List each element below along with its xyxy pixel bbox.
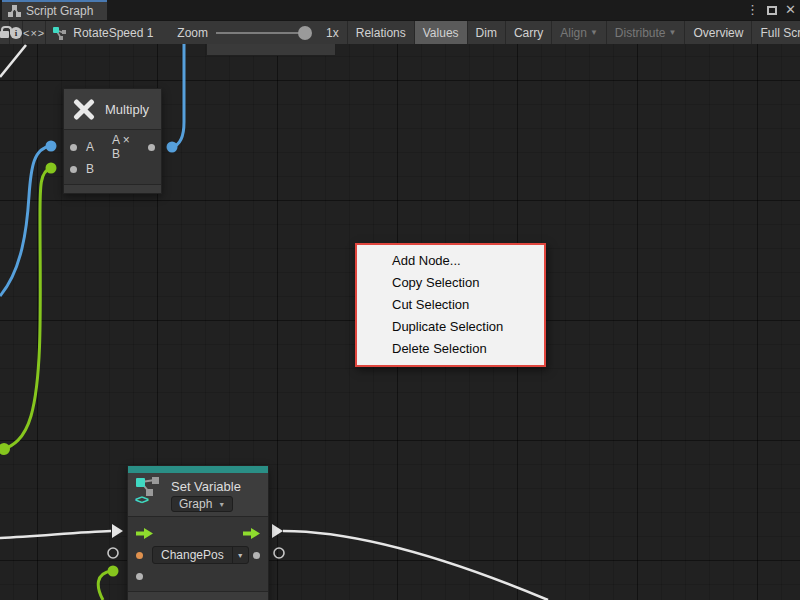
multiply-node-title: Multiply <box>105 102 149 117</box>
set-variable-node[interactable]: <> Set Variable Graph ▼ <box>127 465 269 600</box>
wire-blue-output[interactable] <box>172 44 184 147</box>
set-variable-body: ChangePos ▼ <box>128 517 268 591</box>
variable-row: ChangePos ▼ <box>128 544 268 566</box>
variable-name-dropdown[interactable]: ChangePos ▼ <box>152 546 249 564</box>
menu-item-cut-selection[interactable]: Cut Selection <box>357 294 544 316</box>
port-endpoint-blue-a[interactable] <box>46 141 57 152</box>
relations-label: Relations <box>356 26 406 40</box>
set-variable-header[interactable]: <> Set Variable Graph ▼ <box>128 473 268 516</box>
align-button[interactable]: Align ▼ <box>552 21 607 44</box>
output-value-port[interactable] <box>253 552 260 559</box>
port-endpoint-green-setvar[interactable] <box>108 566 119 577</box>
zoom-label: Zoom <box>177 26 208 40</box>
port-endpoint-green-left[interactable] <box>0 443 10 455</box>
context-menu: Add Node... Copy Selection Cut Selection… <box>355 243 546 367</box>
variable-kind-value: Graph <box>179 497 212 511</box>
value-input-row <box>128 566 268 586</box>
set-variable-title: Set Variable <box>171 479 241 494</box>
multiply-row-a: A A × B <box>70 136 155 158</box>
unconnected-port-left[interactable] <box>108 548 118 558</box>
menu-item-add-node[interactable]: Add Node... <box>357 250 544 272</box>
dim-label: Dim <box>476 26 497 40</box>
overview-label: Overview <box>693 26 743 40</box>
graph-reference-label: RotateSpeed 1 <box>73 26 153 40</box>
port-endpoint-blue-out[interactable] <box>167 142 178 153</box>
window-controls: ⋮ ✕ <box>746 0 796 20</box>
graph-reference[interactable]: RotateSpeed 1 <box>46 21 163 44</box>
input-a-label: A <box>86 140 94 154</box>
input-port-b[interactable] <box>70 166 77 173</box>
align-label: Align <box>560 26 587 40</box>
full-screen-label: Full Screen <box>760 26 800 40</box>
output-port[interactable] <box>148 144 155 151</box>
relations-button[interactable]: Relations <box>348 21 415 44</box>
menu-item-copy-selection[interactable]: Copy Selection <box>357 272 544 294</box>
menu-item-duplicate-selection[interactable]: Duplicate Selection <box>357 316 544 338</box>
script-graph-icon <box>8 5 21 17</box>
tab-title: Script Graph <box>26 4 93 18</box>
graph-asset-icon <box>52 26 68 40</box>
full-screen-button[interactable]: Full Screen <box>752 21 800 44</box>
chevron-down-icon: ▼ <box>232 547 248 563</box>
distribute-label: Distribute <box>615 26 666 40</box>
lock-button[interactable] <box>0 21 10 44</box>
flow-arrow-out[interactable] <box>272 524 283 538</box>
maximize-icon[interactable] <box>767 6 777 15</box>
input-port-a[interactable] <box>70 144 77 151</box>
wire-white-topleft[interactable] <box>0 45 26 77</box>
flow-input-arrow-icon[interactable] <box>136 528 153 539</box>
zoom-value: 1x <box>326 26 339 40</box>
tab-script-graph[interactable]: Script Graph <box>2 0 107 20</box>
script-graph-window: Script Graph ⋮ ✕ i <×> RotateSpeed 1 <box>0 0 800 600</box>
zoom-slider-track <box>216 32 306 34</box>
zoom-control: Zoom 1x <box>163 21 347 44</box>
zoom-slider-thumb[interactable] <box>298 26 312 40</box>
zoom-slider[interactable] <box>216 25 318 41</box>
distribute-button[interactable]: Distribute ▼ <box>607 21 686 44</box>
carry-button[interactable]: Carry <box>506 21 552 44</box>
tab-bar: Script Graph ⋮ ✕ <box>0 0 800 20</box>
multiply-node-footer <box>64 185 161 193</box>
multiply-node[interactable]: Multiply A A × B B <box>63 88 162 194</box>
close-icon[interactable]: ✕ <box>785 0 796 20</box>
variable-name-value: ChangePos <box>153 547 232 563</box>
chevron-down-icon: ▼ <box>218 501 225 508</box>
multiply-row-b: B <box>70 158 155 180</box>
values-button[interactable]: Values <box>415 21 468 44</box>
set-variable-footer <box>128 592 268 600</box>
set-variable-icon: <> <box>134 476 164 512</box>
code-icon: <×> <box>23 27 45 39</box>
code-brackets-icon: <> <box>135 492 148 507</box>
overview-button[interactable]: Overview <box>685 21 752 44</box>
partially-hidden-node[interactable] <box>206 44 336 56</box>
values-label: Values <box>423 26 459 40</box>
value-input-port[interactable] <box>136 573 143 580</box>
wire-white-flow-out[interactable] <box>283 531 548 600</box>
window-menu-icon[interactable]: ⋮ <box>746 0 759 20</box>
carry-label: Carry <box>514 26 543 40</box>
flow-row <box>128 522 268 544</box>
chevron-down-icon: ▼ <box>590 29 598 37</box>
graph-toolbar: i <×> RotateSpeed 1 Zoom 1x Relations <box>0 20 800 44</box>
multiply-node-body: A A × B B <box>64 130 161 184</box>
wire-white-flow-in[interactable] <box>0 531 111 538</box>
flow-arrow-in[interactable] <box>112 524 123 538</box>
wire-blue-input-a[interactable] <box>0 146 51 296</box>
dim-button[interactable]: Dim <box>468 21 506 44</box>
menu-item-delete-selection[interactable]: Delete Selection <box>357 338 544 360</box>
input-b-label: B <box>86 162 94 176</box>
multiply-icon <box>72 97 96 121</box>
variable-kind-dropdown[interactable]: Graph ▼ <box>171 496 233 512</box>
lock-icon <box>0 31 9 38</box>
edit-graph-button[interactable]: <×> <box>23 21 46 44</box>
variable-name-port[interactable] <box>136 552 143 559</box>
set-variable-accent-strip <box>128 466 268 473</box>
multiply-node-header[interactable]: Multiply <box>64 89 161 129</box>
chevron-down-icon: ▼ <box>669 29 677 37</box>
graph-canvas[interactable]: Multiply A A × B B <box>0 44 800 600</box>
output-label: A × B <box>112 133 139 161</box>
port-endpoint-green-b[interactable] <box>46 163 57 174</box>
flow-output-arrow-icon[interactable] <box>243 528 260 539</box>
unconnected-port-right[interactable] <box>274 548 284 558</box>
